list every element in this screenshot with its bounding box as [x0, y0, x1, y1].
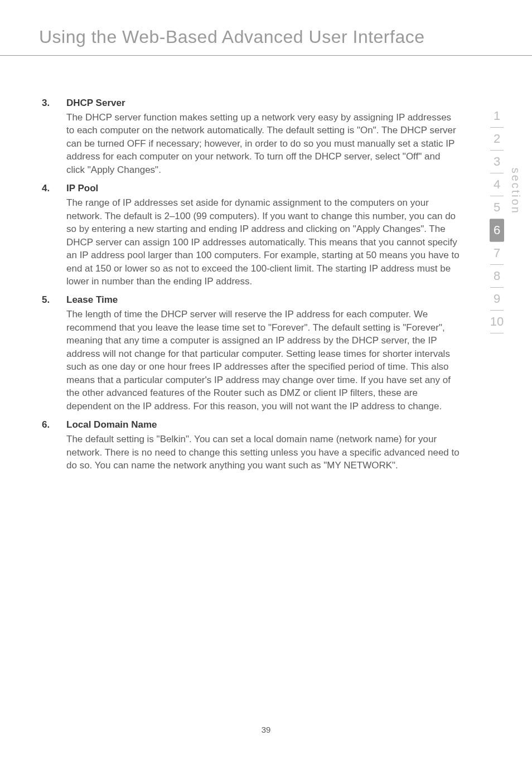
section-number: 6.: [42, 419, 66, 472]
section-number: 3.: [42, 98, 66, 176]
nav-item-8[interactable]: 8: [484, 265, 510, 287]
section-heading: Lease Time: [66, 294, 460, 306]
section-body: IP Pool The range of IP addresses set as…: [66, 183, 460, 288]
nav-item-9[interactable]: 9: [484, 288, 510, 310]
nav-item-4[interactable]: 4: [484, 173, 510, 196]
section-body: Lease Time The length of time the DHCP s…: [66, 294, 460, 413]
nav-item-2[interactable]: 2: [484, 128, 510, 150]
page-header: Using the Web-Based Advanced User Interf…: [0, 0, 532, 56]
nav-item-5[interactable]: 5: [484, 196, 510, 219]
section-heading: DHCP Server: [66, 98, 460, 109]
main-content: 3. DHCP Server The DHCP server function …: [0, 56, 532, 472]
section-text: The default setting is "Belkin". You can…: [66, 433, 460, 472]
nav-item-3[interactable]: 3: [484, 151, 510, 173]
nav-item-10[interactable]: 10: [484, 311, 510, 333]
nav-divider: [490, 333, 504, 333]
section-text: The DHCP server function makes setting u…: [66, 111, 460, 176]
section-text: The length of time the DHCP server will …: [66, 308, 460, 413]
section-label: section: [509, 168, 522, 215]
section-item: 4. IP Pool The range of IP addresses set…: [42, 183, 460, 288]
section-heading: Local Domain Name: [66, 419, 460, 430]
section-item: 5. Lease Time The length of time the DHC…: [42, 294, 460, 413]
section-item: 3. DHCP Server The DHCP server function …: [42, 98, 460, 176]
section-number: 5.: [42, 294, 66, 413]
page-number: 39: [0, 725, 532, 734]
section-item: 6. Local Domain Name The default setting…: [42, 419, 460, 472]
section-body: Local Domain Name The default setting is…: [66, 419, 460, 472]
section-nav: 1 2 3 4 5 6 7 8 9 10: [484, 105, 510, 333]
section-text: The range of IP addresses set aside for …: [66, 196, 460, 288]
section-body: DHCP Server The DHCP server function mak…: [66, 98, 460, 176]
page-title: Using the Web-Based Advanced User Interf…: [39, 27, 493, 47]
nav-item-7[interactable]: 7: [484, 242, 510, 264]
section-heading: IP Pool: [66, 183, 460, 194]
nav-item-1[interactable]: 1: [484, 105, 510, 127]
section-number: 4.: [42, 183, 66, 288]
nav-item-6-active[interactable]: 6: [490, 219, 504, 241]
